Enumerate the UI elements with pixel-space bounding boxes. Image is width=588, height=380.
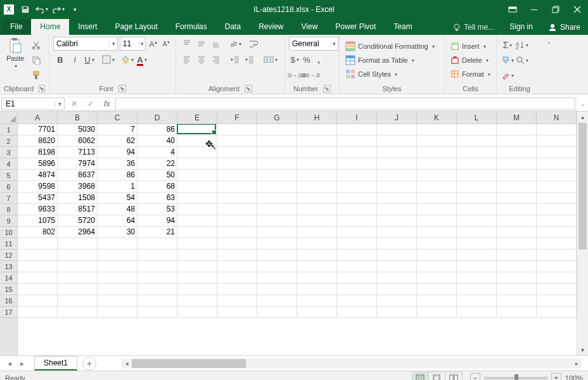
cell[interactable]	[497, 250, 537, 261]
close-button[interactable]	[566, 0, 588, 18]
cell[interactable]	[217, 227, 257, 238]
expand-formula-bar[interactable]: ⌄	[577, 97, 588, 111]
percent-format-button[interactable]: %	[301, 53, 312, 66]
cell[interactable]	[177, 295, 217, 307]
cell[interactable]	[177, 193, 217, 204]
cell[interactable]	[98, 295, 137, 307]
cell[interactable]	[98, 307, 137, 318]
sort-filter-button[interactable]: AZ▾	[515, 38, 529, 52]
cell[interactable]	[257, 158, 297, 170]
cell[interactable]	[217, 238, 257, 250]
orientation-button[interactable]: ab▾	[228, 37, 242, 51]
cell[interactable]	[217, 181, 257, 193]
cell[interactable]	[257, 238, 297, 250]
cell[interactable]	[537, 295, 577, 307]
cell[interactable]	[377, 136, 417, 147]
cell[interactable]: 4874	[18, 170, 58, 181]
cell[interactable]	[297, 170, 337, 181]
cell[interactable]	[537, 204, 577, 215]
scroll-left-button[interactable]: ◂	[122, 360, 132, 367]
cell[interactable]	[257, 181, 297, 193]
cell[interactable]	[137, 284, 177, 295]
font-size-input[interactable]	[120, 39, 139, 48]
bold-button[interactable]: B	[53, 53, 67, 66]
row-header[interactable]: 8	[0, 204, 17, 215]
cell[interactable]	[297, 136, 337, 147]
cell[interactable]	[537, 284, 577, 295]
cell[interactable]	[457, 170, 497, 181]
cell[interactable]: 48	[98, 204, 137, 215]
sheet-tab-sheet1[interactable]: Sheet1	[34, 356, 77, 370]
cell[interactable]	[257, 124, 297, 136]
tab-review[interactable]: Review	[250, 19, 292, 35]
cell[interactable]	[58, 261, 98, 272]
wrap-text-button[interactable]	[247, 37, 261, 51]
column-header[interactable]: C	[98, 111, 137, 124]
number-format-input[interactable]	[290, 39, 330, 48]
cell[interactable]: 68	[137, 181, 177, 193]
cell[interactable]	[457, 147, 497, 158]
row-header[interactable]: 16	[0, 295, 17, 307]
cell[interactable]	[537, 272, 577, 284]
cell[interactable]	[497, 295, 537, 307]
cell[interactable]	[497, 158, 537, 170]
number-dialog-launcher[interactable]: ⬊	[323, 85, 331, 92]
column-header[interactable]: J	[377, 111, 417, 124]
cell[interactable]	[337, 158, 377, 170]
cell[interactable]	[457, 193, 497, 204]
tab-view[interactable]: View	[293, 19, 327, 35]
cell[interactable]	[217, 272, 257, 284]
horizontal-scrollbar[interactable]: ◂ ▸	[122, 358, 582, 369]
row-header[interactable]: 10	[0, 227, 17, 238]
column-header[interactable]: A	[18, 111, 58, 124]
number-format-combo[interactable]: ▾	[289, 37, 338, 51]
cell[interactable]	[58, 250, 98, 261]
cell[interactable]	[337, 147, 377, 158]
cell[interactable]	[177, 147, 217, 158]
accounting-format-button[interactable]: $▾	[289, 53, 300, 66]
collapse-ribbon-button[interactable]: ˄	[543, 37, 554, 51]
cell[interactable]	[177, 158, 217, 170]
cell[interactable]	[537, 170, 577, 181]
cancel-formula-button[interactable]: ✕	[66, 98, 82, 110]
tab-insert[interactable]: Insert	[69, 19, 106, 35]
cell[interactable]	[217, 261, 257, 272]
cell[interactable]	[297, 261, 337, 272]
align-middle-button[interactable]	[195, 37, 208, 51]
align-left-button[interactable]	[180, 53, 194, 66]
cell[interactable]	[417, 272, 457, 284]
select-all-button[interactable]	[0, 111, 18, 124]
cell[interactable]: 9598	[18, 181, 58, 193]
font-name-input[interactable]	[54, 39, 109, 48]
format-as-table-button[interactable]: Format as Table▾	[343, 53, 437, 67]
cell[interactable]	[417, 261, 457, 272]
clear-button[interactable]: ▾	[501, 68, 514, 82]
column-header[interactable]: N	[537, 111, 577, 124]
row-header[interactable]: 11	[0, 238, 17, 250]
sheet-nav-prev[interactable]: ◂	[4, 359, 15, 368]
cell[interactable]	[98, 238, 137, 250]
cell[interactable]: 5437	[18, 193, 58, 204]
cell[interactable]	[457, 307, 497, 318]
cell[interactable]: 2964	[58, 227, 98, 238]
decrease-indent-button[interactable]	[228, 53, 242, 66]
cell[interactable]: 7113	[58, 147, 98, 158]
cell[interactable]: 8637	[58, 170, 98, 181]
cell[interactable]	[257, 261, 297, 272]
cell[interactable]	[377, 170, 417, 181]
borders-button[interactable]: ▾	[101, 53, 115, 66]
cell[interactable]	[297, 158, 337, 170]
ribbon-options-button[interactable]	[502, 0, 523, 18]
cell[interactable]	[537, 250, 577, 261]
align-bottom-button[interactable]	[209, 37, 223, 51]
cell[interactable]	[297, 227, 337, 238]
cell[interactable]: 5030	[58, 124, 98, 136]
tab-file[interactable]: File	[1, 19, 31, 35]
column-header[interactable]: D	[137, 111, 177, 124]
add-sheet-button[interactable]: +	[82, 357, 96, 370]
cell[interactable]	[337, 136, 377, 147]
cell[interactable]	[377, 307, 417, 318]
cell[interactable]	[177, 181, 217, 193]
cell[interactable]: 50	[137, 170, 177, 181]
cell[interactable]	[417, 215, 457, 227]
